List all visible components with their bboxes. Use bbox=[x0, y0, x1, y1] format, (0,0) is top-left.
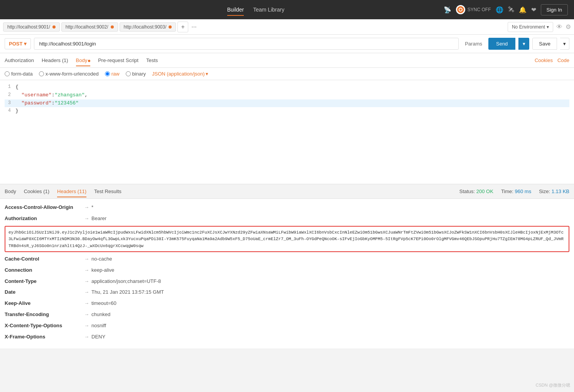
tab-headers[interactable]: Headers (1) bbox=[42, 54, 68, 66]
header-row-keep-alive: Keep-Alive → timeout=60 bbox=[5, 299, 569, 308]
tab-authorization[interactable]: Authorization bbox=[5, 54, 34, 66]
tab-indicator-3 bbox=[169, 25, 172, 29]
header-value-authorization-prefix: Bearer bbox=[91, 215, 569, 223]
globe-icon[interactable]: 🌐 bbox=[496, 6, 503, 13]
code-editor: 1 { 2 "username":"zhangsan", 3 "password… bbox=[0, 80, 574, 184]
authorization-token-box: eyJhbGciOiJSUzI1NiJ9.eyJ1c2Vyljoie1wiaWR… bbox=[5, 226, 569, 252]
satellite-icon[interactable]: 🛰 bbox=[508, 6, 514, 13]
bell-icon[interactable]: 🔔 bbox=[519, 6, 527, 13]
header-arrow-date: → bbox=[84, 288, 89, 296]
tab-bar: http://localhost:9001/ http://localhost:… bbox=[0, 19, 574, 35]
response-status: Status: 200 OK Time: 960 ms Size: 1.13 K… bbox=[459, 188, 569, 194]
header-row-access-control: Access-Control-Allow-Origin → * bbox=[5, 204, 569, 212]
save-button[interactable]: Save bbox=[532, 38, 557, 50]
header-arrow-keep-alive: → bbox=[84, 299, 89, 308]
urlencoded-option[interactable]: x-www-form-urlencoded bbox=[39, 71, 99, 77]
header-name-connection: Connection bbox=[5, 266, 82, 274]
eye-icon[interactable]: 👁 bbox=[556, 24, 562, 30]
response-tab-cookies[interactable]: Cookies (1) bbox=[24, 185, 49, 197]
header-name-date: Date bbox=[5, 288, 82, 296]
save-dropdown-button[interactable]: ▾ bbox=[560, 38, 569, 50]
header-arrow-transfer-encoding: → bbox=[84, 311, 89, 319]
header-value-transfer-encoding: chunked bbox=[91, 311, 569, 319]
line-number-4: 4 bbox=[5, 107, 11, 115]
env-label: No Environment bbox=[512, 24, 545, 30]
heart-icon[interactable]: ❤ bbox=[531, 6, 536, 13]
header-arrow-auth: → bbox=[84, 215, 89, 223]
status-code: 200 OK bbox=[476, 188, 493, 194]
raw-option[interactable]: raw bbox=[105, 71, 120, 77]
header-row-x-content-type: X-Content-Type-Options → nosniff bbox=[5, 322, 569, 330]
request-bar: POST ▾ Params Send ▾ Save ▾ bbox=[0, 35, 574, 53]
body-dot-badge bbox=[88, 60, 90, 62]
tab-url-1: http://localhost:9001/ bbox=[7, 24, 50, 30]
response-tab-body[interactable]: Body bbox=[5, 185, 16, 197]
tab-pre-request[interactable]: Pre-request Script bbox=[98, 54, 138, 66]
send-dropdown-button[interactable]: ▾ bbox=[518, 38, 529, 50]
response-tab-test-results[interactable]: Test Results bbox=[94, 185, 122, 197]
wifi-icon: 📡 bbox=[444, 6, 451, 13]
header-value-x-content-type: nosniff bbox=[91, 322, 569, 330]
header-value-cache-control: no-cache bbox=[91, 255, 569, 263]
line-number-3: 3 bbox=[5, 99, 11, 108]
top-nav-center: Builder Team Library bbox=[227, 5, 285, 14]
tab-tests[interactable]: Tests bbox=[146, 54, 158, 66]
add-tab-button[interactable]: + bbox=[177, 22, 188, 32]
response-tab-headers[interactable]: Headers (11) bbox=[57, 185, 86, 197]
form-data-radio[interactable] bbox=[5, 71, 10, 76]
sync-off-area: SYNC OFF bbox=[456, 5, 491, 14]
body-options: form-data x-www-form-urlencoded raw bina… bbox=[0, 68, 574, 80]
json-format-chevron-icon: ▾ bbox=[206, 71, 208, 77]
header-row-connection: Connection → keep-alive bbox=[5, 266, 569, 274]
record-button[interactable] bbox=[456, 5, 465, 14]
header-value-access-control: * bbox=[91, 204, 569, 212]
header-value-x-frame: DENY bbox=[91, 333, 569, 341]
code-link[interactable]: Code bbox=[557, 57, 569, 63]
tab-body[interactable]: Body bbox=[76, 54, 91, 66]
method-chevron-icon: ▾ bbox=[24, 41, 27, 47]
sign-in-button[interactable]: Sign In bbox=[541, 4, 568, 15]
tab-localhost-9002[interactable]: http://localhost:9002/ bbox=[61, 22, 118, 32]
header-row-cache-control: Cache-Control → no-cache bbox=[5, 255, 569, 263]
header-row-x-frame: X-Frame-Options → DENY bbox=[5, 333, 569, 341]
tab-localhost-9003[interactable]: http://localhost:9003/ bbox=[120, 22, 176, 32]
send-button[interactable]: Send bbox=[488, 38, 515, 50]
header-arrow-x-content-type: → bbox=[84, 322, 89, 330]
header-name-content-type: Content-Type bbox=[5, 278, 82, 286]
tab-indicator-1 bbox=[52, 25, 56, 29]
raw-radio[interactable] bbox=[105, 71, 110, 76]
form-data-option[interactable]: form-data bbox=[5, 71, 33, 77]
header-row-date: Date → Thu, 21 Jan 2021 13:57:15 GMT bbox=[5, 288, 569, 296]
header-value-date: Thu, 21 Jan 2021 13:57:15 GMT bbox=[91, 288, 569, 296]
urlencoded-radio[interactable] bbox=[39, 71, 44, 76]
tab-builder[interactable]: Builder bbox=[227, 5, 244, 14]
environment-selector[interactable]: No Environment ▾ bbox=[508, 22, 553, 32]
json-format-label: JSON (application/json) bbox=[152, 71, 205, 77]
params-button[interactable]: Params bbox=[462, 39, 485, 49]
code-line-4: 4 } bbox=[5, 107, 569, 115]
env-chevron-icon: ▾ bbox=[547, 24, 549, 30]
method-select[interactable]: POST ▾ bbox=[5, 38, 31, 49]
top-nav: Builder Team Library 📡 SYNC OFF 🌐 🛰 🔔 ❤ … bbox=[0, 0, 574, 19]
url-input[interactable] bbox=[34, 38, 459, 50]
binary-radio[interactable] bbox=[126, 71, 131, 76]
binary-option[interactable]: binary bbox=[126, 71, 146, 77]
settings-icon[interactable]: ⚙ bbox=[566, 23, 571, 30]
header-row-transfer-encoding: Transfer-Encoding → chunked bbox=[5, 311, 569, 319]
more-tabs-button[interactable]: ··· bbox=[190, 24, 198, 30]
header-name-authorization: Authorization bbox=[5, 215, 82, 223]
response-body: Access-Control-Allow-Origin → * Authoriz… bbox=[0, 199, 574, 348]
json-format-button[interactable]: JSON (application/json) ▾ bbox=[152, 71, 208, 77]
header-name-cache-control: Cache-Control bbox=[5, 255, 82, 263]
header-name-access-control: Access-Control-Allow-Origin bbox=[5, 204, 82, 212]
tab-localhost-9001[interactable]: http://localhost:9001/ bbox=[3, 22, 60, 32]
tab-indicator-2 bbox=[111, 25, 114, 29]
response-tabs: Body Cookies (1) Headers (11) Test Resul… bbox=[0, 184, 574, 199]
tab-team-library[interactable]: Team Library bbox=[253, 5, 284, 14]
cookies-link[interactable]: Cookies bbox=[535, 57, 553, 63]
header-arrow-content-type: → bbox=[84, 278, 89, 286]
header-arrow-connection: → bbox=[84, 266, 89, 274]
header-name-x-frame: X-Frame-Options bbox=[5, 333, 82, 341]
code-line-2: 2 "username":"zhangsan", bbox=[5, 91, 569, 99]
header-value-connection: keep-alive bbox=[91, 266, 569, 274]
